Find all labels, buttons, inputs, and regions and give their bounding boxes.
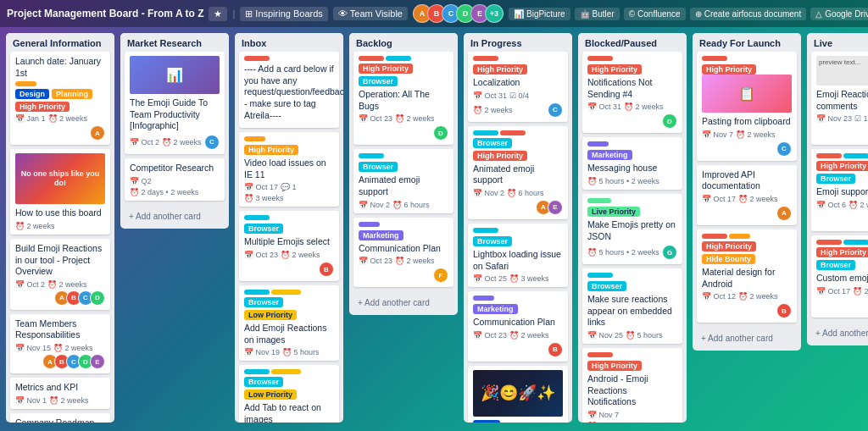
col-cards-backlog: High Priority Browser Operation: All The… [349, 52, 458, 291]
card-android-notifs[interactable]: High Priority Android - Emoji Reactions … [582, 348, 682, 423]
card-roadmap[interactable]: Company Roadmap 📅 Q1 ⏰ 2 weeks [10, 413, 110, 423]
emoji-image: 🎉😊🚀✨ [473, 370, 563, 417]
star-button[interactable]: ★ [209, 7, 227, 21]
card-add-emoji-reactions[interactable]: Browser Low Priority Add Emoji Reactions… [239, 285, 339, 361]
card-api-docs[interactable]: Improved API documentation 📅 Oct 17 ⏰ 2 … [697, 165, 797, 225]
card-localization[interactable]: High Priority Localization 📅 Oct 31 ☑ 0/… [468, 52, 568, 122]
card-metrics[interactable]: Metrics and KPI 📅 Nov 1 ⏰ 2 weeks [10, 378, 110, 409]
col-cards-inbox: ---- Add a card below if you have any re… [235, 52, 343, 423]
col-ready-launch: Ready For Launch High Priority 📋 Pasting… [693, 33, 801, 351]
col-header-market: Market Research [120, 33, 229, 52]
col-header-backlog: Backlog [349, 33, 458, 52]
card-launch-date[interactable]: Launch date: January 1st Design Planning… [10, 52, 110, 145]
col-header-live: Live [807, 33, 868, 52]
card-emoji-reaction-comments[interactable]: preview text... Emoji Reaction on commen… [811, 52, 868, 145]
card-material-android[interactable]: High Priority Hide Bounty Material desig… [697, 229, 797, 323]
eye-icon: 👁 [338, 8, 348, 19]
boards-icon: ⊞ [245, 8, 253, 19]
card-emoji-support-live[interactable]: High Priority Browser Emoji support 📅 Oc… [811, 149, 868, 231]
card-reactions-embedded[interactable]: Browser Make sure reactions appear on em… [582, 268, 682, 344]
board-title: Project Management Board - From A to Z [7, 8, 203, 19]
card-comm-plan-ip[interactable]: Marketing Communication Plan 📅 Oct 23 ⏰ … [468, 291, 568, 362]
card-custom-emoji-web[interactable]: High Priority Browser Custom emoji for w… [811, 235, 868, 318]
gdrive-button[interactable]: △ Google Drive [810, 8, 868, 20]
col-inbox: Inbox ---- Add a card below if you have … [235, 33, 343, 423]
avatar-6[interactable]: +3 [485, 4, 504, 23]
card-team-resp[interactable]: Team Members Responsabilities 📅 Nov 15 ⏰… [10, 314, 110, 373]
col-header-ready-launch: Ready For Launch [693, 33, 801, 52]
star-icon: ★ [214, 8, 222, 19]
card-pasting-clipboard[interactable]: High Priority 📋 Pasting from clipboard 📅… [697, 52, 797, 161]
col-header-general-info: General Information [6, 33, 114, 52]
col-cards-general-info: Launch date: January 1st Design Planning… [6, 52, 114, 423]
rocket-image: No one ships like you do! [15, 153, 105, 204]
boards-button[interactable]: ⊞ Inspiring Boards [240, 7, 328, 21]
confluence-button[interactable]: © Confluence [624, 8, 686, 20]
card-emoji-guide[interactable]: 📊 The Emoji Guide To Team Productivity [… [125, 52, 225, 154]
market-image: 📊 [130, 56, 220, 94]
col-header-inbox: Inbox [235, 33, 343, 52]
col-cards-blocked: High Priority Notifications Not Sending … [578, 52, 687, 423]
card-messaging-house[interactable]: Marketing Messaging house ⏰ 5 hours • 2 … [582, 137, 682, 190]
col-cards-market: 📊 The Emoji Guide To Team Productivity [… [120, 52, 229, 205]
card-allow-custom-emoji[interactable]: 🎉😊🚀✨ Design Allow Custom Emojis 📅 Oct 30… [468, 366, 568, 423]
col-footer-market: + Add another card [120, 205, 229, 229]
separator: | [232, 8, 235, 19]
board: General Information Launch date: January… [0, 27, 868, 431]
clipboard-image: 📋 [702, 75, 792, 113]
add-card-live[interactable]: + Add another card [811, 325, 868, 341]
card-operation-bugs[interactable]: High Priority Browser Operation: All The… [353, 52, 453, 145]
card-inbox-info[interactable]: ---- Add a card below if you have any re… [239, 52, 339, 128]
col-footer-backlog: + Add another card [349, 291, 458, 315]
col-market-research: Market Research 📊 The Emoji Guide To Tea… [120, 33, 229, 229]
card-multiple-emojis[interactable]: Browser Multiple Emojis select 📅 Oct 23 … [239, 211, 339, 281]
card-build-emoji[interactable]: Build Emoji Reactions in our tool - Proj… [10, 239, 110, 310]
card-emojis-json[interactable]: Live Priority Make Emojis pretty on JSON… [582, 194, 682, 264]
col-cards-live: preview text... Emoji Reaction on commen… [807, 52, 868, 322]
col-in-progress: In Progress High Priority Localization 📅… [464, 33, 572, 423]
col-header-blocked: Blocked/Paused [578, 33, 687, 52]
card-lightbox-safari[interactable]: Browser Lightbox loading issue on Safari… [468, 224, 568, 287]
card-add-tab-react[interactable]: Browser Low Priority Add Tab to react on… [239, 365, 339, 423]
card-notif-not-sending[interactable]: High Priority Notifications Not Sending … [582, 52, 682, 133]
bigpicture-button[interactable]: 📊 BigPicture [509, 8, 570, 20]
add-card-ready-launch[interactable]: + Add another card [697, 330, 797, 346]
card-comm-plan-backlog[interactable]: Marketing Communication Plan 📅 Oct 23 ⏰ … [353, 218, 453, 288]
col-cards-in-progress: High Priority Localization 📅 Oct 31 ☑ 0/… [464, 52, 572, 423]
visibility-button[interactable]: 👁 Team Visible [333, 7, 408, 20]
butler-button[interactable]: 🤖 Butler [575, 8, 620, 20]
preview-image: preview text... [816, 56, 868, 86]
col-header-in-progress: In Progress [464, 33, 572, 52]
col-footer-live: + Add another card [807, 322, 868, 345]
member-avatars: A B C D E +3 [413, 4, 504, 23]
col-backlog: Backlog High Priority Browser Operation:… [349, 33, 458, 315]
card-video-load[interactable]: High Priority Video load issues on IE 11… [239, 132, 339, 207]
col-cards-ready-launch: High Priority 📋 Pasting from clipboard 📅… [693, 52, 801, 327]
add-card-market[interactable]: + Add another card [125, 208, 225, 224]
card-how-to-use[interactable]: No one ships like you do! How to use thi… [10, 149, 110, 235]
col-footer-ready-launch: + Add another card [693, 327, 801, 351]
col-live: Live preview text... Emoji Reaction on c… [807, 33, 868, 345]
topbar: Project Management Board - From A to Z ★… [0, 0, 868, 27]
card-competitor[interactable]: Competitor Research 📅 Q2 ⏰ 2 days • 2 we… [125, 158, 225, 201]
topbar-right: 📊 BigPicture 🤖 Butler © Confluence ⊕ Cre… [509, 7, 868, 20]
card-animated-emoji-ip[interactable]: Browser High Priority Animated emoji sup… [468, 126, 568, 219]
airfocus-button[interactable]: ⊕ Create airfocus document [690, 8, 807, 20]
add-card-backlog[interactable]: + Add another card [353, 295, 453, 311]
col-blocked: Blocked/Paused High Priority Notificatio… [578, 33, 687, 423]
card-animated-emoji[interactable]: Browser Animated emoji support 📅 Nov 2 ⏰… [353, 149, 453, 213]
col-general-info: General Information Launch date: January… [6, 33, 114, 423]
